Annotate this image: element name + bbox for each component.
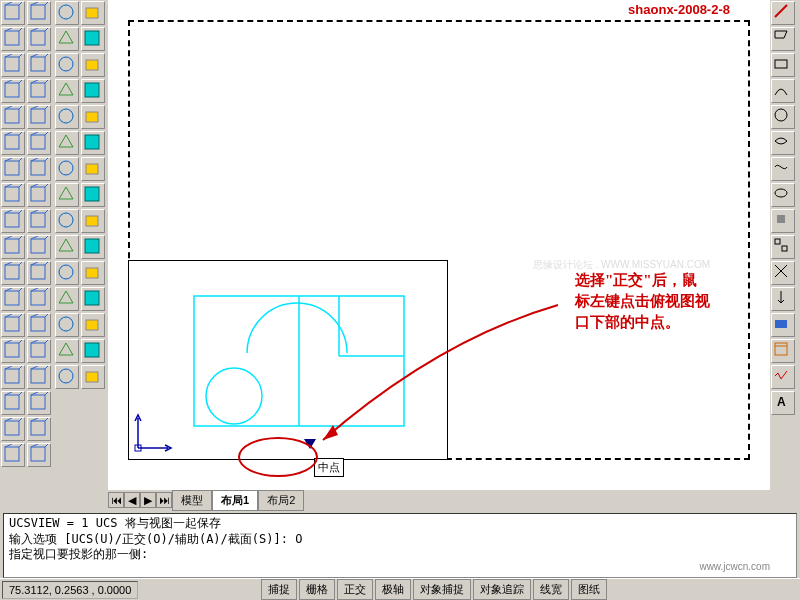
tool-left2-14[interactable] [55,183,79,207]
toggle-otrack[interactable]: 对象追踪 [473,579,531,600]
tool-left2-12[interactable] [55,157,79,181]
tool-left1-26[interactable] [1,339,25,363]
tab-model[interactable]: 模型 [172,490,212,511]
tool-left1-19[interactable] [27,235,51,259]
tool-right-0[interactable] [771,1,795,25]
tool-left2-7[interactable] [81,79,105,103]
tool-left1-15[interactable] [27,183,51,207]
tool-left1-1[interactable] [27,1,51,25]
tool-right-10[interactable] [771,261,795,285]
tool-left1-30[interactable] [1,391,25,415]
tool-left2-2[interactable] [55,27,79,51]
tool-left1-12[interactable] [1,157,25,181]
tool-left2-0[interactable] [55,1,79,25]
tool-left1-35[interactable] [27,443,51,467]
tool-left1-28[interactable] [1,365,25,389]
toggle-ortho[interactable]: 正交 [337,579,373,600]
tool-left2-28[interactable] [55,365,79,389]
tool-right-14[interactable] [771,365,795,389]
toggle-lwt[interactable]: 线宽 [533,579,569,600]
tab-layout2[interactable]: 布局2 [258,490,304,511]
tool-left2-17[interactable] [81,209,105,233]
tool-left2-4[interactable] [55,53,79,77]
tool-left2-29[interactable] [81,365,105,389]
tool-left1-29[interactable] [27,365,51,389]
tab-next-icon[interactable]: ▶ [140,492,156,508]
tool-left1-27[interactable] [27,339,51,363]
tool-left2-22[interactable] [55,287,79,311]
toggle-osnap[interactable]: 对象捕捉 [413,579,471,600]
tool-right-1[interactable] [771,27,795,51]
tool-right-12[interactable] [771,313,795,337]
tool-left2-27[interactable] [81,339,105,363]
tool-left1-23[interactable] [27,287,51,311]
tool-left2-26[interactable] [55,339,79,363]
tool-left2-21[interactable] [81,261,105,285]
tool-left2-11[interactable] [81,131,105,155]
tool-left1-17[interactable] [27,209,51,233]
tool-left2-5[interactable] [81,53,105,77]
tab-prev-icon[interactable]: ◀ [124,492,140,508]
tool-right-11[interactable] [771,287,795,311]
tool-right-5[interactable] [771,131,795,155]
tool-left1-14[interactable] [1,183,25,207]
tool-left2-20[interactable] [55,261,79,285]
tool-left2-1[interactable] [81,1,105,25]
tool-left1-2[interactable] [1,27,25,51]
tool-left2-16[interactable] [55,209,79,233]
tool-left1-24[interactable] [1,313,25,337]
tab-layout1[interactable]: 布局1 [212,490,258,511]
tool-left2-3[interactable] [81,27,105,51]
tool-left1-4[interactable] [1,53,25,77]
toggle-paper[interactable]: 图纸 [571,579,607,600]
tab-first-icon[interactable]: ⏮ [108,492,124,508]
tool-left1-8[interactable] [1,105,25,129]
tool-left2-25[interactable] [81,313,105,337]
tool-left2-9[interactable] [81,105,105,129]
tool-left1-16[interactable] [1,209,25,233]
tool-left1-18[interactable] [1,235,25,259]
tool-left2-23[interactable] [81,287,105,311]
tool-left1-22[interactable] [1,287,25,311]
tool-left2-24[interactable] [55,313,79,337]
tool-left1-0[interactable] [1,1,25,25]
tool-left2-19[interactable] [81,235,105,259]
canvas-area[interactable]: shaonx-2008-2-8 思缘设计论坛 . WWW.MISSYUAN.CO… [108,0,770,490]
tool-left2-8[interactable] [55,105,79,129]
tool-right-4[interactable] [771,105,795,129]
tool-left2-10[interactable] [55,131,79,155]
toggle-snap[interactable]: 捕捉 [261,579,297,600]
tool-left2-15[interactable] [81,183,105,207]
tool-left1-7[interactable] [27,79,51,103]
tool-left1-33[interactable] [27,417,51,441]
tool-right-15[interactable]: A [771,391,795,415]
command-line[interactable]: UCSVIEW = 1 UCS 将与视图一起保存 输入选项 [UCS(U)/正交… [3,513,797,578]
tool-left1-21[interactable] [27,261,51,285]
tool-right-13[interactable] [771,339,795,363]
tab-last-icon[interactable]: ⏭ [156,492,172,508]
tool-left2-18[interactable] [55,235,79,259]
tool-left1-5[interactable] [27,53,51,77]
tool-left1-10[interactable] [1,131,25,155]
tool-left2-13[interactable] [81,157,105,181]
toggle-grid[interactable]: 栅格 [299,579,335,600]
tool-left1-3[interactable] [27,27,51,51]
tool-left1-32[interactable] [1,417,25,441]
svg-line-35 [45,132,48,135]
tool-left1-6[interactable] [1,79,25,103]
tool-left1-20[interactable] [1,261,25,285]
tool-right-3[interactable] [771,79,795,103]
tool-left1-34[interactable] [1,443,25,467]
tool-left1-11[interactable] [27,131,51,155]
tool-left1-25[interactable] [27,313,51,337]
tool-right-6[interactable] [771,157,795,181]
toggle-polar[interactable]: 极轴 [375,579,411,600]
tool-right-7[interactable] [771,183,795,207]
tool-right-9[interactable] [771,235,795,259]
tool-left1-9[interactable] [27,105,51,129]
tool-right-8[interactable] [771,209,795,233]
tool-right-2[interactable] [771,53,795,77]
tool-left2-6[interactable] [55,79,79,103]
tool-left1-31[interactable] [27,391,51,415]
tool-left1-13[interactable] [27,157,51,181]
